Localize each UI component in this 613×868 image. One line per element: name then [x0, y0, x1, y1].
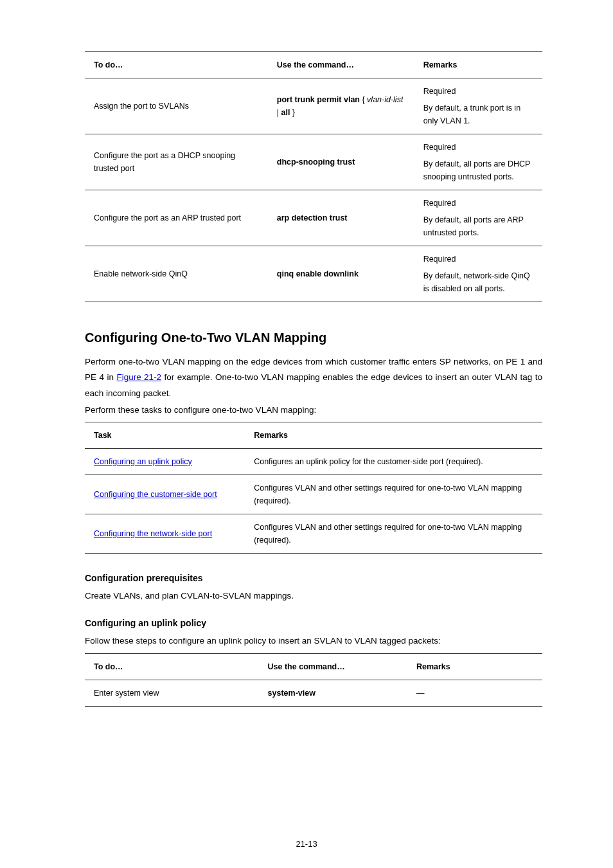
task-link-customer-side-port[interactable]: Configuring the customer-side port: [94, 490, 217, 499]
cell-remarks: Configures VLAN and other settings requi…: [245, 514, 542, 554]
cmd-arg: vlan-id-list: [367, 95, 403, 104]
page-container: To do… Use the command… Remarks Assign t…: [0, 0, 613, 868]
table-row: Configure the port as a DHCP snooping tr…: [85, 134, 542, 190]
subheading-prerequisites: Configuration prerequisites: [85, 573, 542, 583]
cmd-text: port trunk permit vlan: [277, 95, 360, 104]
remark-required: Required: [423, 141, 535, 154]
cell-task: Configuring the customer-side port: [85, 475, 245, 514]
table-header-row: To do… Use the command… Remarks: [85, 52, 542, 78]
remark-detail: By default, a trunk port is in only VLAN…: [423, 102, 535, 127]
cell-command: system-view: [259, 680, 407, 706]
table-uplink-steps: To do… Use the command… Remarks Enter sy…: [85, 653, 542, 707]
cell-remarks: Required By default, all ports are ARP u…: [414, 190, 542, 246]
page-number: 21-13: [0, 839, 613, 849]
remark-required: Required: [423, 197, 535, 210]
th-remarks: Remarks: [407, 653, 542, 680]
cell-remarks: Configures VLAN and other settings requi…: [245, 475, 542, 514]
cell-task: Configuring the network-side port: [85, 514, 245, 554]
cmd-text: dhcp-snooping trust: [277, 158, 355, 167]
cell-remarks: —: [407, 680, 542, 706]
th-todo: To do…: [85, 52, 268, 78]
table-row: Configuring an uplink policy Configures …: [85, 449, 542, 475]
cell-todo: Enable network-side QinQ: [85, 246, 268, 302]
task-link-uplink-policy[interactable]: Configuring an uplink policy: [94, 457, 192, 466]
subheading-uplink-policy: Configuring an uplink policy: [85, 618, 542, 628]
cell-command: qinq enable downlink: [268, 246, 414, 302]
cell-todo: Assign the port to SVLANs: [85, 78, 268, 134]
cell-todo: Enter system view: [85, 680, 259, 706]
cell-remarks: Required By default, network-side QinQ i…: [414, 246, 542, 302]
cell-task: Configuring an uplink policy: [85, 449, 245, 475]
table-row: Assign the port to SVLANs port trunk per…: [85, 78, 542, 134]
table-tasks: Task Remarks Configuring an uplink polic…: [85, 422, 542, 554]
table-network-side-port: To do… Use the command… Remarks Assign t…: [85, 51, 542, 302]
th-command: Use the command…: [259, 653, 407, 680]
th-remarks: Remarks: [245, 422, 542, 449]
th-remarks: Remarks: [414, 52, 542, 78]
table-row: Configuring the customer-side port Confi…: [85, 475, 542, 514]
table-row: Configuring the network-side port Config…: [85, 514, 542, 554]
cell-todo: Configure the port as a DHCP snooping tr…: [85, 134, 268, 190]
remark-required: Required: [423, 253, 535, 266]
prerequisites-body: Create VLANs, and plan CVLAN-to-SVLAN ma…: [85, 588, 542, 604]
table-header-row: To do… Use the command… Remarks: [85, 653, 542, 680]
cmd-text: qinq enable downlink: [277, 269, 359, 278]
cmd-text: system-view: [268, 689, 315, 698]
brace-close: }: [290, 108, 295, 117]
cell-command: dhcp-snooping trust: [268, 134, 414, 190]
remark-required: Required: [423, 85, 535, 98]
cell-command: arp detection trust: [268, 190, 414, 246]
uplink-body: Follow these steps to configure an uplin…: [85, 633, 542, 649]
cmd-text: all: [281, 108, 290, 117]
cmd-text: arp detection trust: [277, 213, 348, 222]
table-row: Enter system view system-view —: [85, 680, 542, 706]
section-paragraph-1: Perform one-to-two VLAN mapping on the e…: [85, 354, 542, 401]
th-todo: To do…: [85, 653, 259, 680]
th-task: Task: [85, 422, 245, 449]
task-link-network-side-port[interactable]: Configuring the network-side port: [94, 529, 212, 538]
table-row: Enable network-side QinQ qinq enable dow…: [85, 246, 542, 302]
th-command: Use the command…: [268, 52, 414, 78]
cell-todo: Configure the port as an ARP trusted por…: [85, 190, 268, 246]
remark-detail: By default, network-side QinQ is disable…: [423, 269, 535, 295]
remark-detail: By default, all ports are DHCP snooping …: [423, 158, 535, 183]
cell-command: port trunk permit vlan { vlan-id-list | …: [268, 78, 414, 134]
pipe-sep: |: [277, 108, 281, 117]
section-heading-one-to-two: Configuring One-to-Two VLAN Mapping: [85, 330, 542, 345]
figure-link[interactable]: Figure 21-2: [116, 372, 161, 382]
table-header-row: Task Remarks: [85, 422, 542, 449]
remark-detail: By default, all ports are ARP untrusted …: [423, 213, 535, 239]
cell-remarks: Configures an uplink policy for the cust…: [245, 449, 542, 475]
table-row: Configure the port as an ARP trusted por…: [85, 190, 542, 246]
cell-remarks: Required By default, a trunk port is in …: [414, 78, 542, 134]
section-paragraph-2: Perform these tasks to configure one-to-…: [85, 402, 542, 418]
cell-remarks: Required By default, all ports are DHCP …: [414, 134, 542, 190]
brace-open: {: [360, 95, 367, 104]
